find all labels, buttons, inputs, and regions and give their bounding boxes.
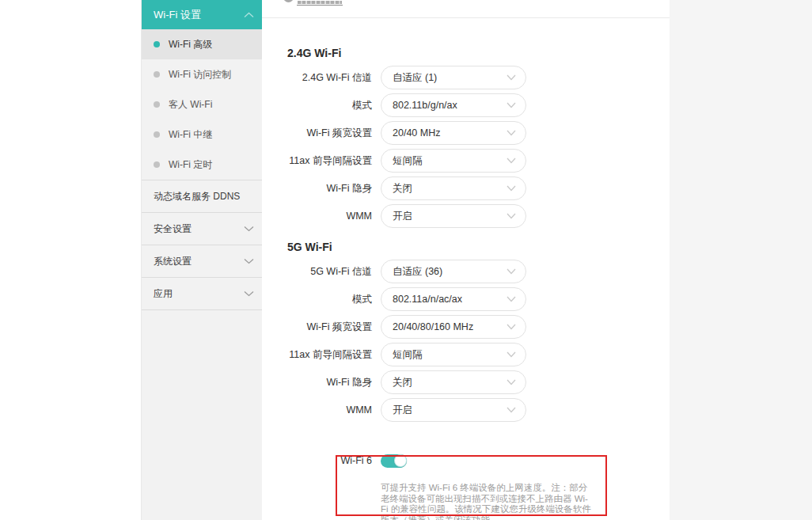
form-row: WMM 开启: [262, 398, 670, 422]
sidebar-item-wifi-timer[interactable]: Wi-Fi 定时: [142, 150, 262, 180]
preamble-24g-select[interactable]: 短间隔: [381, 149, 526, 173]
select-value: 开启: [393, 404, 507, 417]
chevron-down-icon: [507, 296, 516, 302]
wifi-advanced-form: 2.4G Wi-Fi 2.4G Wi-Fi 信道 自适应 (1) 模式 802.…: [262, 18, 670, 520]
toggle-knob: [394, 454, 407, 467]
bullet-dot-icon: [154, 161, 160, 168]
field-label: 5G Wi-Fi 信道: [262, 265, 372, 279]
select-value: 802.11a/n/ac/ax: [393, 294, 507, 305]
clipped-link-fragment[interactable]: [297, 0, 343, 6]
field-label: Wi-Fi 隐身: [262, 376, 372, 389]
chevron-down-icon: [507, 407, 516, 413]
chevron-down-icon: [507, 158, 516, 164]
sidebar-item-label: Wi-Fi 访问控制: [169, 68, 231, 82]
sidebar-group-label: 动态域名服务 DDNS: [154, 190, 254, 203]
sidebar-header-label: Wi-Fi 设置: [154, 8, 244, 22]
form-row: 2.4G Wi-Fi 信道 自适应 (1): [262, 66, 670, 89]
sidebar-header-wifi-settings[interactable]: Wi-Fi 设置: [142, 0, 262, 29]
sidebar-item-label: 客人 Wi-Fi: [169, 98, 212, 112]
sidebar-item-wifi-access-control[interactable]: Wi-Fi 访问控制: [142, 59, 262, 89]
chevron-down-icon: [507, 379, 516, 385]
wifi6-row: Wi-Fi 6: [262, 454, 670, 468]
form-row: 模式 802.11a/n/ac/ax: [262, 287, 670, 311]
wifi6-toggle[interactable]: [381, 454, 407, 468]
select-value: 短间隔: [393, 154, 507, 168]
sidebar-item-wifi-repeater[interactable]: Wi-Fi 中继: [142, 120, 262, 150]
field-label: 模式: [262, 293, 372, 306]
section-title: 5G Wi-Fi: [287, 241, 670, 253]
field-label: 模式: [262, 99, 372, 112]
sidebar-group-ddns[interactable]: 动态域名服务 DDNS: [142, 180, 262, 213]
form-row: Wi-Fi 隐身 关闭: [262, 176, 670, 200]
mode-24g-select[interactable]: 802.11b/g/n/ax: [381, 93, 526, 117]
chevron-down-icon: [507, 130, 516, 136]
field-label: 11ax 前导间隔设置: [262, 154, 372, 168]
wmm-24g-select[interactable]: 开启: [381, 204, 526, 228]
sidebar-group-security-settings[interactable]: 安全设置: [142, 213, 262, 245]
chevron-up-icon: [244, 12, 254, 18]
clipped-help-icon: [283, 0, 294, 2]
sidebar-group-applications[interactable]: 应用: [142, 278, 262, 310]
channel-5g-select[interactable]: 自适应 (36): [381, 260, 526, 283]
sidebar-item-wifi-advanced[interactable]: Wi-Fi 高级: [142, 29, 262, 59]
section-title: 2.4G Wi-Fi: [287, 47, 670, 59]
select-value: 开启: [393, 210, 507, 223]
sidebar-item-label: Wi-Fi 定时: [169, 158, 212, 172]
field-label: Wi-Fi 频宽设置: [262, 127, 372, 140]
main-content-card: 2.4G Wi-Fi 2.4G Wi-Fi 信道 自适应 (1) 模式 802.…: [262, 0, 670, 520]
form-row: Wi-Fi 频宽设置 20/40/80/160 MHz: [262, 315, 670, 339]
chevron-down-icon: [244, 226, 254, 232]
channel-24g-select[interactable]: 自适应 (1): [381, 66, 526, 89]
mode-5g-select[interactable]: 802.11a/n/ac/ax: [381, 287, 526, 311]
page-background-right: [670, 0, 812, 520]
sidebar-group-label: 应用: [154, 287, 244, 301]
field-label: 11ax 前导间隔设置: [262, 348, 372, 362]
field-label: WMM: [262, 211, 372, 222]
chevron-down-icon: [507, 351, 516, 358]
chevron-down-icon: [507, 324, 516, 330]
chevron-down-icon: [507, 213, 516, 219]
bullet-dot-icon: [154, 71, 160, 78]
wmm-5g-select[interactable]: 开启: [381, 398, 526, 422]
form-row: 5G Wi-Fi 信道 自适应 (36): [262, 260, 670, 283]
bandwidth-24g-select[interactable]: 20/40 MHz: [381, 121, 526, 145]
sidebar-item-guest-wifi[interactable]: 客人 Wi-Fi: [142, 89, 262, 120]
select-value: 自适应 (36): [393, 265, 507, 279]
select-value: 自适应 (1): [393, 71, 507, 85]
sidebar-groups: 动态域名服务 DDNS 安全设置 系统设置 应用: [142, 180, 262, 310]
field-label: Wi-Fi 频宽设置: [262, 321, 372, 334]
sidebar-group-system-settings[interactable]: 系统设置: [142, 245, 262, 278]
section-wifi-5g: 5G Wi-Fi 5G Wi-Fi 信道 自适应 (36) 模式 802.11a…: [262, 241, 670, 422]
select-value: 20/40/80/160 MHz: [393, 321, 507, 332]
form-row: 模式 802.11b/g/n/ax: [262, 93, 670, 117]
chevron-down-icon: [507, 185, 516, 192]
stealth-24g-select[interactable]: 关闭: [381, 176, 526, 200]
select-value: 20/40 MHz: [393, 127, 507, 139]
bullet-dot-icon: [154, 131, 160, 138]
bullet-dot-icon: [154, 101, 160, 108]
chevron-down-icon: [507, 102, 516, 108]
select-value: 802.11b/g/n/ax: [393, 100, 507, 111]
bandwidth-5g-select[interactable]: 20/40/80/160 MHz: [381, 315, 526, 339]
bullet-dot-icon: [154, 41, 160, 47]
sidebar-group-label: 系统设置: [154, 255, 244, 268]
form-row: 11ax 前导间隔设置 短间隔: [262, 149, 670, 173]
select-value: 关闭: [393, 376, 507, 389]
select-value: 关闭: [393, 182, 507, 195]
stealth-5g-select[interactable]: 关闭: [381, 370, 526, 394]
sidebar-subitems: Wi-Fi 高级 Wi-Fi 访问控制 客人 Wi-Fi Wi-Fi 中继 Wi…: [142, 29, 262, 180]
section-wifi-24g: 2.4G Wi-Fi 2.4G Wi-Fi 信道 自适应 (1) 模式 802.…: [262, 47, 670, 228]
wifi6-description: 可提升支持 Wi-Fi 6 终端设备的上网速度。注：部分老终端设备可能出现扫描不…: [381, 483, 593, 520]
form-row: WMM 开启: [262, 204, 670, 228]
form-row: Wi-Fi 隐身 关闭: [262, 370, 670, 394]
field-label: 2.4G Wi-Fi 信道: [262, 71, 372, 85]
preamble-5g-select[interactable]: 短间隔: [381, 343, 526, 366]
wifi6-label: Wi-Fi 6: [262, 455, 372, 466]
field-label: Wi-Fi 隐身: [262, 182, 372, 195]
chevron-down-icon: [244, 290, 254, 297]
chevron-down-icon: [507, 74, 516, 81]
sidebar-item-label: Wi-Fi 高级: [169, 38, 212, 51]
sidebar-item-label: Wi-Fi 中继: [169, 128, 212, 142]
sidebar-group-label: 安全设置: [154, 222, 244, 236]
form-row: 11ax 前导间隔设置 短间隔: [262, 343, 670, 366]
